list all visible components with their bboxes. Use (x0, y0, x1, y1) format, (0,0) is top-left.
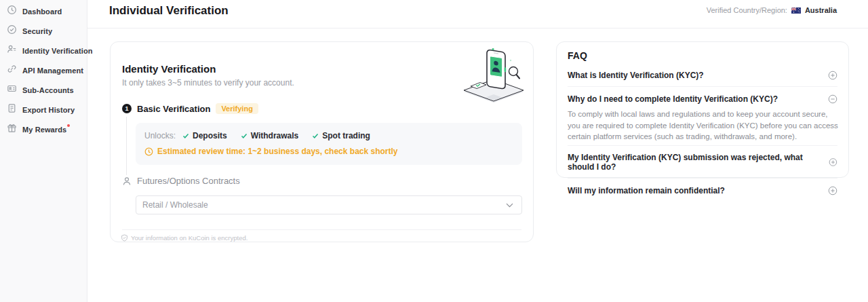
chevron-down-icon (506, 203, 513, 208)
collapse-minus-icon[interactable] (828, 94, 837, 104)
unlock-item-deposits: Deposits (182, 131, 227, 140)
sidebar-item-sub-accounts[interactable]: Sub-Accounts (0, 80, 87, 100)
sidebar-item-my-rewards[interactable]: My Rewards (0, 119, 87, 139)
notification-dot (67, 124, 70, 127)
sidebar-item-label: API Management (22, 67, 83, 75)
sidebar-item-label: My Rewards (22, 126, 70, 134)
unlocks-panel: Unlocks: Deposits Withdrawals Spot tradi… (136, 123, 522, 165)
card-footer-divider (122, 229, 521, 230)
step-connector-line (126, 117, 127, 175)
clock-icon (144, 147, 153, 156)
sidebar-item-label: Identity Verification (22, 47, 93, 55)
sidebar-item-label: Export History (22, 106, 75, 114)
verified-country-label: Verified Country/Region: (707, 6, 787, 14)
faq-item[interactable]: Why do I need to complete Identity Verif… (568, 94, 837, 104)
step1-row: 1 Basic Verification Verifying (122, 103, 258, 114)
identity-verification-icon (7, 44, 17, 57)
step2-row: Futures/Options Contracts (122, 176, 240, 186)
export-history-icon (7, 103, 17, 116)
faq-answer: To comply with local laws and regulation… (568, 109, 840, 143)
faq-question: Why do I need to complete Identity Verif… (568, 94, 778, 104)
faq-item[interactable]: Will my information remain confidential? (568, 186, 837, 195)
api-management-icon (7, 64, 17, 77)
verified-country-region: Verified Country/Region: Australia (707, 6, 837, 14)
dashboard-icon (7, 5, 17, 18)
unlock-item-withdrawals: Withdrawals (241, 131, 299, 140)
unlock-item-spot-trading: Spot trading (312, 131, 370, 140)
check-icon (182, 132, 189, 139)
sidebar: Dashboard Security Identity Verification… (0, 0, 87, 302)
status-badge: Verifying (216, 103, 258, 114)
country-name: Australia (805, 6, 837, 14)
faq-title: FAQ (568, 50, 837, 61)
faq-item[interactable]: What is Identity Verification (KYC)? (568, 71, 837, 80)
shield-check-icon (121, 234, 128, 242)
check-icon (312, 132, 319, 139)
step1-number: 1 (122, 104, 132, 113)
sidebar-item-label: Dashboard (22, 7, 62, 16)
australia-flag-icon (791, 7, 801, 14)
sidebar-item-label: Security (22, 27, 52, 35)
expand-plus-icon[interactable] (828, 186, 837, 195)
card-subtitle: It only takes 3~5 minutes to verify your… (122, 78, 294, 88)
faq-question: My Identity Verification (KYC) submissio… (568, 153, 829, 172)
check-icon (241, 132, 248, 139)
security-icon (7, 24, 17, 37)
faq-card: FAQ What is Identity Verification (KYC)?… (556, 41, 849, 178)
my-rewards-icon (7, 123, 17, 136)
sidebar-item-security[interactable]: Security (0, 21, 87, 41)
review-time-note: Estimated review time: 1~2 business days… (144, 147, 513, 156)
sidebar-item-label: Sub-Accounts (22, 86, 74, 94)
faq-divider (568, 178, 837, 178)
sidebar-item-api-management[interactable]: API Management (0, 60, 87, 80)
step2-title: Futures/Options Contracts (137, 176, 240, 186)
card-title: Identity Verification (122, 63, 216, 75)
sidebar-item-identity-verification[interactable]: Identity Verification (0, 41, 87, 60)
expand-plus-icon[interactable] (828, 71, 837, 80)
person-icon (122, 176, 132, 186)
retail-wholesale-select[interactable]: Retail / Wholesale (136, 195, 522, 214)
faq-item[interactable]: My Identity Verification (KYC) submissio… (568, 153, 837, 172)
encryption-note: Your information on KuCoin is encrypted. (121, 234, 248, 242)
faq-divider (568, 86, 837, 87)
expand-plus-icon[interactable] (829, 157, 837, 167)
sub-accounts-icon (7, 83, 17, 96)
unlocks-label: Unlocks: (144, 131, 176, 140)
step1-title: Basic Verification (137, 104, 210, 114)
page-title: Individual Verification (109, 4, 229, 18)
faq-question: What is Identity Verification (KYC)? (568, 71, 704, 80)
header-divider (87, 28, 868, 29)
identity-verification-card: Identity Verification It only takes 3~5 … (110, 41, 534, 242)
select-value: Retail / Wholesale (142, 200, 208, 210)
sidebar-item-export-history[interactable]: Export History (0, 100, 87, 119)
faq-divider (568, 145, 837, 146)
identity-verification-illustration (461, 47, 526, 104)
faq-question: Will my information remain confidential? (568, 186, 725, 195)
sidebar-item-dashboard[interactable]: Dashboard (0, 1, 87, 21)
